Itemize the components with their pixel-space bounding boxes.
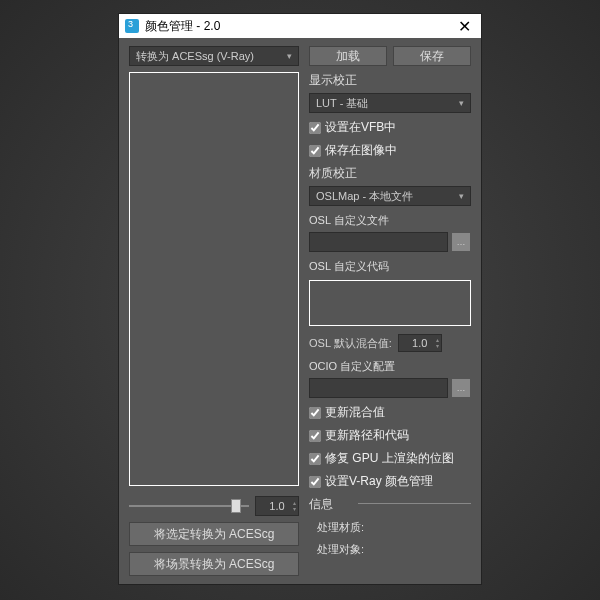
save-button[interactable]: 保存 xyxy=(393,46,471,66)
osl-file-browse-button[interactable]: … xyxy=(451,232,471,252)
load-button[interactable]: 加载 xyxy=(309,46,387,66)
osl-code-label: OSL 自定义代码 xyxy=(309,259,471,274)
color-management-window: 颜色管理 - 2.0 ✕ 转换为 ACESsg (V-Ray) 1.0 将选定转… xyxy=(118,13,482,585)
ocio-browse-button[interactable]: … xyxy=(451,378,471,398)
save-image-checkbox[interactable] xyxy=(309,145,321,157)
osl-mix-spinner[interactable]: 1.0 xyxy=(398,334,442,352)
osl-code-textarea[interactable] xyxy=(309,280,471,326)
set-vray-checkbox-row[interactable]: 设置V-Ray 颜色管理 xyxy=(309,473,471,490)
convert-scene-button[interactable]: 将场景转换为 ACEScg xyxy=(129,552,299,576)
convert-selection-button[interactable]: 将选定转换为 ACEScg xyxy=(129,522,299,546)
ocio-input[interactable] xyxy=(309,378,448,398)
info-material-label: 处理材质: xyxy=(317,520,471,535)
convert-mode-dropdown[interactable]: 转换为 ACESsg (V-Ray) xyxy=(129,46,299,66)
vfb-checkbox-row[interactable]: 设置在VFB中 xyxy=(309,119,471,136)
update-path-checkbox[interactable] xyxy=(309,430,321,442)
oslmap-dropdown[interactable]: OSLMap - 本地文件 xyxy=(309,186,471,206)
material-correction-label: 材质校正 xyxy=(309,165,471,182)
value-slider[interactable] xyxy=(129,499,249,513)
info-object-label: 处理对象: xyxy=(317,542,471,557)
vfb-checkbox[interactable] xyxy=(309,122,321,134)
update-path-checkbox-row[interactable]: 更新路径和代码 xyxy=(309,427,471,444)
set-vray-checkbox[interactable] xyxy=(309,476,321,488)
osl-file-label: OSL 自定义文件 xyxy=(309,213,471,228)
osl-mix-label: OSL 默认混合值: xyxy=(309,336,392,351)
display-correction-label: 显示校正 xyxy=(309,72,471,89)
update-mix-checkbox-row[interactable]: 更新混合值 xyxy=(309,404,471,421)
app-icon xyxy=(125,19,139,33)
info-separator xyxy=(358,503,471,504)
fix-gpu-checkbox[interactable] xyxy=(309,453,321,465)
save-image-checkbox-row[interactable]: 保存在图像中 xyxy=(309,142,471,159)
ocio-label: OCIO 自定义配置 xyxy=(309,359,471,374)
osl-file-input[interactable] xyxy=(309,232,448,252)
close-icon[interactable]: ✕ xyxy=(454,17,475,36)
window-title: 颜色管理 - 2.0 xyxy=(145,18,454,35)
value-spinner[interactable]: 1.0 xyxy=(255,496,299,516)
info-label: 信息 xyxy=(309,496,337,513)
fix-gpu-checkbox-row[interactable]: 修复 GPU 上渲染的位图 xyxy=(309,450,471,467)
lut-dropdown[interactable]: LUT - 基础 xyxy=(309,93,471,113)
preview-area xyxy=(129,72,299,486)
update-mix-checkbox[interactable] xyxy=(309,407,321,419)
titlebar: 颜色管理 - 2.0 ✕ xyxy=(119,14,481,38)
